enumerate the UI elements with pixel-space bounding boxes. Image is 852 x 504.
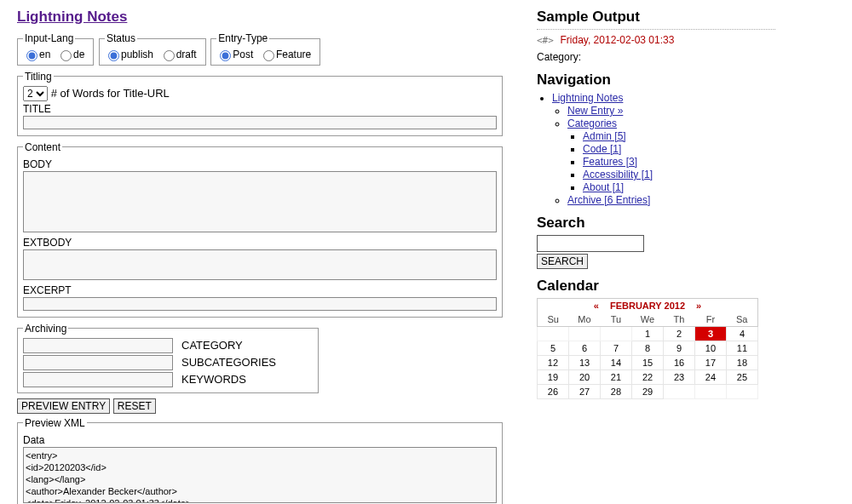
calendar-day[interactable]: 4 [726, 327, 757, 341]
calendar-day-header: Fr [695, 312, 727, 327]
calendar-day[interactable]: 17 [695, 356, 727, 370]
subcategories-label: SUBCATEGORIES [181, 356, 276, 369]
calendar-day[interactable]: 26 [538, 385, 569, 399]
search-input[interactable] [537, 235, 644, 252]
reset-button[interactable]: RESET [113, 398, 156, 414]
input-lang-legend: Input-Lang [23, 32, 75, 44]
calendar-day[interactable]: 16 [664, 356, 695, 370]
word-count-select[interactable]: 12345 [23, 86, 48, 101]
calendar-month: FEBRUARY 2012 [610, 301, 685, 311]
page-title-link[interactable]: Lightning Notes [17, 9, 127, 25]
title-label: TITLE [23, 103, 497, 115]
nav-category-item[interactable]: Accessibility [1] [583, 169, 653, 180]
lang-en-label: en [39, 49, 50, 60]
input-lang-fieldset: Input-Lang en de [17, 32, 94, 66]
content-legend: Content [23, 141, 62, 153]
word-count-label: # of Words for Title-URL [51, 87, 170, 100]
calendar-day[interactable]: 15 [631, 356, 663, 370]
status-publish-radio[interactable] [108, 50, 119, 61]
body-label: BODY [23, 158, 497, 170]
calendar-day[interactable]: 24 [695, 370, 727, 385]
calendar-heading: Calendar [537, 278, 775, 295]
nav-category-item[interactable]: About [1] [583, 181, 624, 193]
calendar-day[interactable]: 14 [601, 356, 632, 370]
entry-type-feature-radio[interactable] [263, 50, 274, 61]
keywords-label: KEYWORDS [181, 373, 246, 386]
calendar-day[interactable]: 8 [631, 341, 663, 356]
category-label: CATEGORY [181, 339, 243, 352]
calendar-day-header: We [631, 312, 663, 327]
calendar-day[interactable]: 25 [726, 370, 757, 385]
calendar-day[interactable]: 22 [631, 370, 663, 385]
calendar-day[interactable]: 9 [664, 341, 695, 356]
preview-entry-button[interactable]: PREVIEW ENTRY [17, 398, 110, 414]
calendar-day[interactable]: 18 [726, 356, 757, 370]
calendar-day[interactable]: 23 [664, 370, 695, 385]
nav-category-item[interactable]: Admin [5] [583, 130, 626, 142]
lang-de-radio[interactable] [60, 50, 72, 61]
entry-type-post-radio[interactable] [220, 50, 231, 61]
sample-category-label: Category: [537, 51, 775, 63]
search-heading: Search [537, 215, 775, 232]
page-title: Lightning Notes [17, 9, 503, 26]
nav-categories[interactable]: Categories [567, 117, 617, 129]
title-input[interactable] [23, 116, 497, 129]
category-input[interactable] [23, 338, 173, 353]
calendar-day[interactable]: 28 [601, 385, 632, 399]
status-fieldset: Status publish draft [99, 32, 206, 66]
body-textarea[interactable] [23, 171, 497, 232]
sample-output-heading: Sample Output [537, 9, 775, 26]
calendar-day[interactable]: 12 [538, 356, 569, 370]
titling-fieldset: Titling 12345 # of Words for Title-URL T… [17, 71, 503, 136]
calendar-day[interactable]: 3 [695, 327, 727, 341]
archiving-fieldset: Archiving CATEGORY SUBCATEGORIES KEYWORD… [17, 323, 319, 393]
calendar-day[interactable]: 6 [568, 341, 600, 356]
calendar-day[interactable]: 29 [631, 385, 663, 399]
excerpt-textarea[interactable] [23, 297, 497, 311]
nav-category-item[interactable]: Code [1] [583, 143, 621, 155]
nav-new-entry[interactable]: New Entry » [567, 105, 623, 117]
calendar-day[interactable]: 5 [538, 341, 569, 356]
preview-xml-fieldset: Preview XML Data <entry> <id>20120203</i… [17, 417, 503, 504]
calendar-day[interactable]: 21 [601, 370, 632, 385]
calendar-day[interactable]: 2 [664, 327, 695, 341]
preview-xml-legend: Preview XML [23, 417, 87, 429]
calendar-day[interactable]: 13 [568, 356, 600, 370]
excerpt-label: EXCERPT [23, 284, 497, 296]
calendar-prev[interactable]: « [585, 301, 607, 311]
calendar-day[interactable]: 19 [538, 370, 569, 385]
preview-xml-data-label: Data [23, 434, 497, 446]
nav-category-item[interactable]: Features [3] [583, 156, 637, 168]
entry-type-feature-label: Feature [276, 49, 311, 60]
content-fieldset: Content BODY EXTBODY EXCERPT [17, 141, 503, 318]
extbody-label: EXTBODY [23, 237, 497, 249]
entry-icon: <#> [537, 35, 554, 46]
preview-xml-textarea[interactable]: <entry> <id>20120203</id> <lang></lang> … [23, 447, 497, 503]
keywords-input[interactable] [23, 372, 173, 387]
calendar-day[interactable]: 11 [726, 341, 757, 356]
extbody-textarea[interactable] [23, 249, 497, 280]
calendar-day[interactable]: 7 [601, 341, 632, 356]
lang-en-radio[interactable] [26, 50, 37, 61]
calendar-day[interactable]: 27 [568, 385, 600, 399]
titling-legend: Titling [23, 71, 54, 83]
lang-de-label: de [73, 49, 84, 60]
calendar-day[interactable]: 1 [631, 327, 663, 341]
entry-type-legend: Entry-Type [216, 32, 269, 44]
nav-lightning-notes[interactable]: Lightning Notes [552, 92, 623, 104]
calendar-day-header: Sa [726, 312, 757, 327]
calendar-day-header: Mo [568, 312, 600, 327]
nav-archive[interactable]: Archive [6 Entries] [567, 194, 650, 206]
status-publish-label: publish [121, 49, 153, 60]
calendar-day[interactable]: 10 [695, 341, 727, 356]
calendar-day[interactable]: 20 [568, 370, 600, 385]
entry-type-post-label: Post [233, 49, 253, 60]
subcategories-input[interactable] [23, 355, 173, 370]
calendar-day-header: Tu [601, 312, 632, 327]
calendar-table: « FEBRUARY 2012 » SuMoTuWeThFrSa 1234567… [537, 298, 758, 399]
calendar-next[interactable]: » [688, 301, 710, 311]
status-draft-radio[interactable] [164, 50, 175, 61]
entry-type-fieldset: Entry-Type Post Feature [210, 32, 320, 66]
search-button[interactable]: SEARCH [537, 254, 588, 269]
status-draft-label: draft [176, 49, 197, 60]
